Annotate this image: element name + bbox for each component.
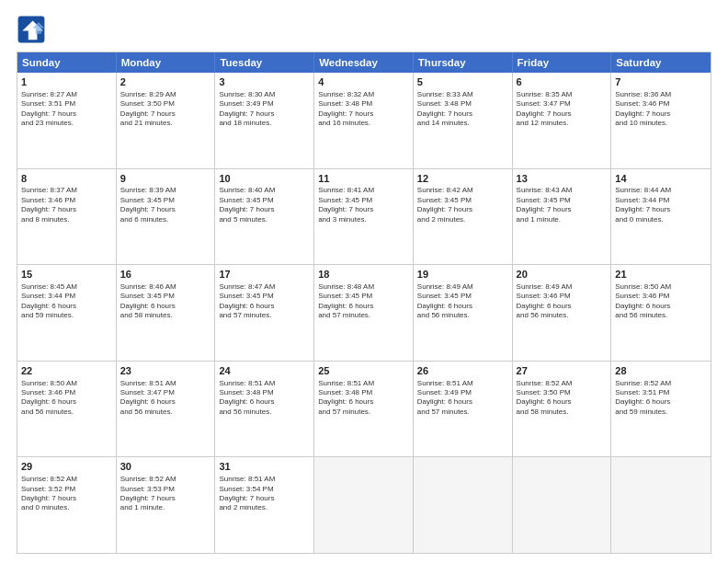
logo-icon [17, 15, 46, 44]
day-number: 1 [21, 75, 112, 89]
day-cell-8: 8Sunrise: 8:37 AM Sunset: 3:46 PM Daylig… [17, 169, 117, 265]
day-cell-28: 28Sunrise: 8:52 AM Sunset: 3:51 PM Dayli… [611, 362, 711, 457]
day-cell-31: 31Sunrise: 8:51 AM Sunset: 3:54 PM Dayli… [215, 457, 314, 553]
calendar-header: SundayMondayTuesdayWednesdayThursdayFrid… [17, 52, 711, 73]
day-cell-1: 1Sunrise: 8:27 AM Sunset: 3:51 PM Daylig… [17, 73, 117, 168]
cell-details: Sunrise: 8:51 AM Sunset: 3:54 PM Dayligh… [219, 475, 310, 513]
day-number: 15 [21, 268, 112, 282]
weekday-header-monday: Monday [117, 52, 216, 73]
cell-details: Sunrise: 8:49 AM Sunset: 3:45 PM Dayligh… [417, 282, 508, 321]
cell-details: Sunrise: 8:40 AM Sunset: 3:45 PM Dayligh… [219, 186, 310, 224]
cell-details: Sunrise: 8:45 AM Sunset: 3:44 PM Dayligh… [21, 282, 112, 321]
cell-details: Sunrise: 8:52 AM Sunset: 3:50 PM Dayligh… [517, 379, 608, 418]
day-cell-11: 11Sunrise: 8:41 AM Sunset: 3:45 PM Dayli… [314, 169, 414, 265]
day-number: 27 [517, 364, 608, 378]
day-number: 26 [417, 364, 508, 378]
day-number: 12 [417, 172, 508, 186]
calendar-row-5: 29Sunrise: 8:52 AM Sunset: 3:52 PM Dayli… [17, 456, 711, 553]
cell-details: Sunrise: 8:50 AM Sunset: 3:46 PM Dayligh… [21, 379, 112, 418]
weekday-header-thursday: Thursday [414, 52, 513, 73]
day-cell-18: 18Sunrise: 8:48 AM Sunset: 3:45 PM Dayli… [314, 265, 414, 361]
weekday-header-friday: Friday [513, 52, 612, 73]
cell-details: Sunrise: 8:30 AM Sunset: 3:49 PM Dayligh… [219, 90, 310, 129]
day-number: 30 [120, 460, 211, 474]
day-cell-9: 9Sunrise: 8:39 AM Sunset: 3:45 PM Daylig… [117, 169, 216, 265]
calendar-row-3: 15Sunrise: 8:45 AM Sunset: 3:44 PM Dayli… [17, 264, 711, 361]
calendar-row-1: 1Sunrise: 8:27 AM Sunset: 3:51 PM Daylig… [17, 73, 711, 168]
cell-details: Sunrise: 8:51 AM Sunset: 3:48 PM Dayligh… [219, 379, 310, 418]
day-number: 20 [517, 268, 608, 282]
cell-details: Sunrise: 8:48 AM Sunset: 3:45 PM Dayligh… [318, 282, 409, 321]
cell-details: Sunrise: 8:32 AM Sunset: 3:48 PM Dayligh… [318, 90, 409, 129]
cell-details: Sunrise: 8:43 AM Sunset: 3:45 PM Dayligh… [517, 186, 608, 224]
day-cell-6: 6Sunrise: 8:35 AM Sunset: 3:47 PM Daylig… [513, 73, 612, 168]
cell-details: Sunrise: 8:50 AM Sunset: 3:46 PM Dayligh… [615, 282, 707, 321]
day-cell-23: 23Sunrise: 8:51 AM Sunset: 3:47 PM Dayli… [117, 362, 216, 457]
day-number: 23 [120, 364, 211, 378]
cell-details: Sunrise: 8:51 AM Sunset: 3:49 PM Dayligh… [417, 379, 508, 418]
day-cell-3: 3Sunrise: 8:30 AM Sunset: 3:49 PM Daylig… [215, 73, 314, 168]
cell-details: Sunrise: 8:35 AM Sunset: 3:47 PM Dayligh… [517, 90, 608, 129]
day-cell-2: 2Sunrise: 8:29 AM Sunset: 3:50 PM Daylig… [117, 73, 216, 168]
calendar-body: 1Sunrise: 8:27 AM Sunset: 3:51 PM Daylig… [17, 73, 711, 553]
day-number: 18 [318, 268, 409, 282]
day-number: 22 [21, 364, 112, 378]
empty-cell [314, 457, 414, 553]
page: SundayMondayTuesdayWednesdayThursdayFrid… [0, 0, 728, 563]
day-number: 24 [219, 364, 310, 378]
day-number: 4 [318, 75, 409, 89]
day-number: 19 [417, 268, 508, 282]
cell-details: Sunrise: 8:46 AM Sunset: 3:45 PM Dayligh… [120, 282, 211, 321]
cell-details: Sunrise: 8:42 AM Sunset: 3:45 PM Dayligh… [417, 186, 508, 224]
day-cell-7: 7Sunrise: 8:36 AM Sunset: 3:46 PM Daylig… [611, 73, 711, 168]
cell-details: Sunrise: 8:52 AM Sunset: 3:52 PM Dayligh… [21, 475, 112, 513]
header [17, 15, 711, 44]
calendar-row-2: 8Sunrise: 8:37 AM Sunset: 3:46 PM Daylig… [17, 168, 711, 265]
cell-details: Sunrise: 8:52 AM Sunset: 3:53 PM Dayligh… [120, 475, 211, 513]
day-cell-21: 21Sunrise: 8:50 AM Sunset: 3:46 PM Dayli… [611, 265, 711, 361]
cell-details: Sunrise: 8:33 AM Sunset: 3:48 PM Dayligh… [417, 90, 508, 129]
empty-cell [414, 457, 513, 553]
day-cell-25: 25Sunrise: 8:51 AM Sunset: 3:48 PM Dayli… [314, 362, 414, 457]
cell-details: Sunrise: 8:44 AM Sunset: 3:44 PM Dayligh… [615, 186, 707, 224]
weekday-header-tuesday: Tuesday [215, 52, 314, 73]
day-number: 5 [417, 75, 508, 89]
weekday-header-saturday: Saturday [611, 52, 711, 73]
day-number: 2 [120, 75, 211, 89]
day-cell-26: 26Sunrise: 8:51 AM Sunset: 3:49 PM Dayli… [414, 362, 513, 457]
day-number: 29 [21, 460, 112, 474]
day-cell-27: 27Sunrise: 8:52 AM Sunset: 3:50 PM Dayli… [513, 362, 612, 457]
day-number: 9 [120, 172, 211, 186]
logo [17, 15, 50, 44]
cell-details: Sunrise: 8:51 AM Sunset: 3:47 PM Dayligh… [120, 379, 211, 418]
day-number: 28 [615, 364, 707, 378]
day-number: 8 [21, 172, 112, 186]
cell-details: Sunrise: 8:41 AM Sunset: 3:45 PM Dayligh… [318, 186, 409, 224]
day-number: 17 [219, 268, 310, 282]
cell-details: Sunrise: 8:29 AM Sunset: 3:50 PM Dayligh… [120, 90, 211, 129]
day-cell-14: 14Sunrise: 8:44 AM Sunset: 3:44 PM Dayli… [611, 169, 711, 265]
cell-details: Sunrise: 8:37 AM Sunset: 3:46 PM Dayligh… [21, 186, 112, 224]
day-number: 21 [615, 268, 707, 282]
day-number: 6 [517, 75, 608, 89]
day-cell-29: 29Sunrise: 8:52 AM Sunset: 3:52 PM Dayli… [17, 457, 117, 553]
day-cell-22: 22Sunrise: 8:50 AM Sunset: 3:46 PM Dayli… [17, 362, 117, 457]
cell-details: Sunrise: 8:51 AM Sunset: 3:48 PM Dayligh… [318, 379, 409, 418]
cell-details: Sunrise: 8:49 AM Sunset: 3:46 PM Dayligh… [517, 282, 608, 321]
day-number: 14 [615, 172, 707, 186]
day-cell-4: 4Sunrise: 8:32 AM Sunset: 3:48 PM Daylig… [314, 73, 414, 168]
day-cell-5: 5Sunrise: 8:33 AM Sunset: 3:48 PM Daylig… [414, 73, 513, 168]
weekday-header-wednesday: Wednesday [314, 52, 414, 73]
cell-details: Sunrise: 8:36 AM Sunset: 3:46 PM Dayligh… [615, 90, 707, 129]
day-number: 31 [219, 460, 310, 474]
calendar: SundayMondayTuesdayWednesdayThursdayFrid… [17, 52, 711, 554]
empty-cell [611, 457, 711, 553]
day-number: 10 [219, 172, 310, 186]
day-cell-20: 20Sunrise: 8:49 AM Sunset: 3:46 PM Dayli… [513, 265, 612, 361]
day-cell-19: 19Sunrise: 8:49 AM Sunset: 3:45 PM Dayli… [414, 265, 513, 361]
cell-details: Sunrise: 8:52 AM Sunset: 3:51 PM Dayligh… [615, 379, 707, 418]
cell-details: Sunrise: 8:27 AM Sunset: 3:51 PM Dayligh… [21, 90, 112, 129]
day-cell-17: 17Sunrise: 8:47 AM Sunset: 3:45 PM Dayli… [215, 265, 314, 361]
weekday-header-sunday: Sunday [17, 52, 117, 73]
day-cell-12: 12Sunrise: 8:42 AM Sunset: 3:45 PM Dayli… [414, 169, 513, 265]
